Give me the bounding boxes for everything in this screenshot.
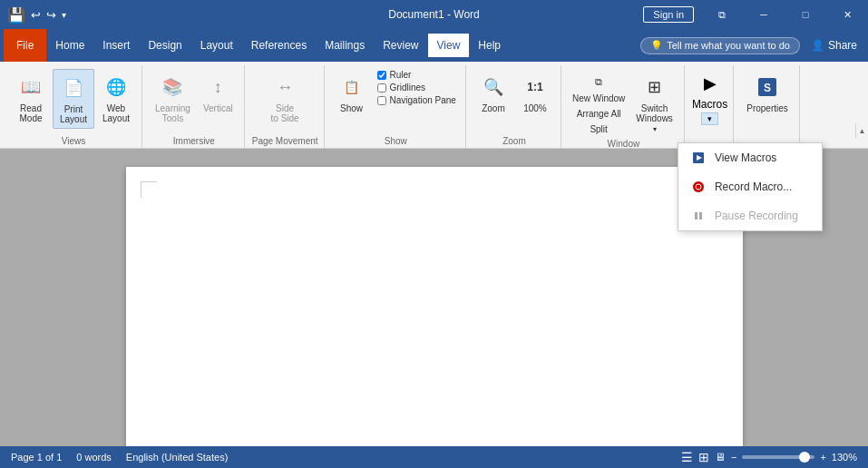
show-button[interactable]: 📋 Show (332, 69, 372, 117)
arrange-all-button[interactable]: Arrange All (569, 107, 629, 121)
zoom-icon: 🔍 (479, 73, 508, 102)
web-layout-button[interactable]: 🌐 WebLayout (96, 69, 136, 127)
redo-icon[interactable]: ↪ (46, 8, 56, 22)
views-buttons: 📖 ReadMode 📄 PrintLayout 🌐 WebLayout (11, 65, 136, 134)
print-layout-icon: 📄 (59, 73, 88, 102)
ruler-checkbox[interactable]: Ruler (374, 69, 460, 81)
immersive-group-label: Immersive (150, 134, 239, 148)
show-checkboxes: Ruler Gridlines Navigation Pane (374, 69, 460, 106)
zoom-btn-label: Zoom (482, 103, 505, 113)
vertical-button[interactable]: ↕ Vertical (198, 69, 239, 117)
language: English (United States) (126, 452, 229, 463)
customize-icon[interactable]: ▾ (62, 10, 66, 20)
macros-label: Macros (692, 98, 727, 111)
document-title: Document1 - Word (388, 8, 479, 21)
menu-review[interactable]: Review (374, 34, 427, 57)
record-macro-item[interactable]: Record Macro... (678, 172, 822, 201)
view-mode-icon1[interactable]: ☰ (681, 450, 693, 464)
vertical-label: Vertical (203, 103, 233, 113)
svg-rect-4 (695, 212, 697, 219)
menu-mailings[interactable]: Mailings (316, 34, 374, 57)
view-macros-icon (689, 149, 707, 167)
zoom-level: 130% (832, 452, 857, 463)
switch-windows-icon: ⊞ (640, 73, 669, 102)
switch-windows-button[interactable]: ⊞ SwitchWindows ▾ (630, 69, 678, 137)
show-group-label: Show (332, 134, 460, 148)
views-group-label: Views (11, 134, 136, 148)
record-macro-icon (689, 178, 707, 196)
new-window-icon: ⧉ (588, 71, 610, 93)
show-buttons: 📋 Show Ruler Gridlines Navigation Pane (332, 65, 460, 134)
properties-buttons: S Properties (741, 65, 794, 144)
macros-icon: ▶ (696, 69, 725, 98)
zoom-slider[interactable] (742, 455, 814, 459)
restore-button[interactable]: ⧉ (701, 0, 743, 29)
side-to-side-button[interactable]: ↔ Sideto Side (265, 69, 305, 127)
record-macro-label: Record Macro... (715, 180, 792, 193)
ribbon-group-macros: ▶ Macros ▾ View Macros Record Macro... (687, 65, 734, 148)
zoom-100-button[interactable]: 1:1 100% (515, 69, 555, 117)
page-margin (162, 194, 707, 468)
quick-access-toolbar: 💾 ↩ ↪ ▾ (7, 6, 66, 24)
view-mode-icon3[interactable]: 🖥 (715, 451, 726, 463)
view-mode-icon2[interactable]: ⊞ (698, 450, 709, 464)
zoom-button[interactable]: 🔍 Zoom (473, 69, 513, 117)
menu-help[interactable]: Help (469, 34, 510, 57)
ribbon-collapse-button[interactable]: ▲ (855, 123, 868, 138)
window-controls: Sign in ⧉ ─ □ ✕ (643, 0, 868, 29)
maximize-button[interactable]: □ (785, 0, 826, 29)
undo-icon[interactable]: ↩ (31, 8, 41, 22)
menu-references[interactable]: References (242, 34, 316, 57)
learning-tools-label: LearningTools (155, 103, 190, 123)
menu-insert[interactable]: Insert (93, 34, 139, 57)
window-btn-col: ⧉ New Window Arrange All Split (569, 69, 629, 136)
print-layout-button[interactable]: 📄 PrintLayout (53, 69, 94, 129)
read-mode-button[interactable]: 📖 ReadMode (11, 69, 51, 127)
immersive-buttons: 📚 LearningTools ↕ Vertical (150, 65, 239, 134)
view-macros-item[interactable]: View Macros (678, 143, 822, 172)
navigation-pane-checkbox[interactable]: Navigation Pane (374, 94, 460, 106)
web-layout-icon: 🌐 (102, 73, 131, 102)
close-button[interactable]: ✕ (826, 0, 868, 29)
svg-rect-5 (699, 212, 702, 219)
zoom-out-icon[interactable]: − (731, 452, 736, 463)
share-button[interactable]: 👤 Share (804, 35, 864, 55)
new-window-button[interactable]: ⧉ New Window (569, 69, 629, 105)
switch-windows-label: SwitchWindows (636, 103, 673, 123)
macros-dropdown-arrow[interactable]: ▾ (701, 112, 718, 125)
pause-recording-icon (689, 207, 707, 225)
page-movement-group-label: Page Movement (252, 134, 318, 148)
menu-design[interactable]: Design (139, 34, 190, 57)
tell-me-text: Tell me what you want to do (667, 40, 790, 51)
properties-label: Properties (746, 103, 788, 113)
pause-recording-item: Pause Recording (678, 201, 822, 230)
zoom-buttons: 🔍 Zoom 1:1 100% (473, 65, 555, 134)
web-layout-label: WebLayout (102, 103, 130, 123)
svg-point-3 (696, 184, 701, 190)
ribbon-group-window: ⧉ New Window Arrange All Split ⊞ SwitchW… (563, 65, 685, 148)
menu-layout[interactable]: Layout (191, 34, 242, 57)
save-icon[interactable]: 💾 (7, 6, 25, 24)
minimize-button[interactable]: ─ (743, 0, 785, 29)
document-page (126, 167, 743, 468)
page-movement-buttons: ↔ Sideto Side (265, 65, 305, 134)
side-to-side-icon: ↔ (270, 73, 299, 102)
page-info: Page 1 of 1 (11, 452, 62, 463)
status-right: ☰ ⊞ 🖥 − + 130% (681, 450, 857, 464)
menu-view[interactable]: View (428, 34, 470, 57)
view-macros-label: View Macros (715, 151, 776, 164)
menu-bar: File Home Insert Design Layout Reference… (0, 29, 868, 62)
ribbon-group-properties: S Properties (736, 65, 800, 148)
menu-file[interactable]: File (4, 29, 46, 62)
zoom-in-icon[interactable]: + (820, 452, 825, 463)
show-label: Show (340, 103, 363, 113)
split-button[interactable]: Split (569, 122, 629, 136)
learning-tools-button[interactable]: 📚 LearningTools (150, 69, 196, 127)
status-bar: Page 1 of 1 0 words English (United Stat… (0, 446, 868, 468)
gridlines-checkbox[interactable]: Gridlines (374, 82, 460, 93)
sign-in-button[interactable]: Sign in (643, 6, 694, 23)
vertical-icon: ↕ (203, 73, 232, 102)
tell-me-input[interactable]: 💡 Tell me what you want to do (640, 37, 800, 54)
menu-home[interactable]: Home (46, 34, 93, 57)
properties-button[interactable]: S Properties (741, 69, 794, 117)
